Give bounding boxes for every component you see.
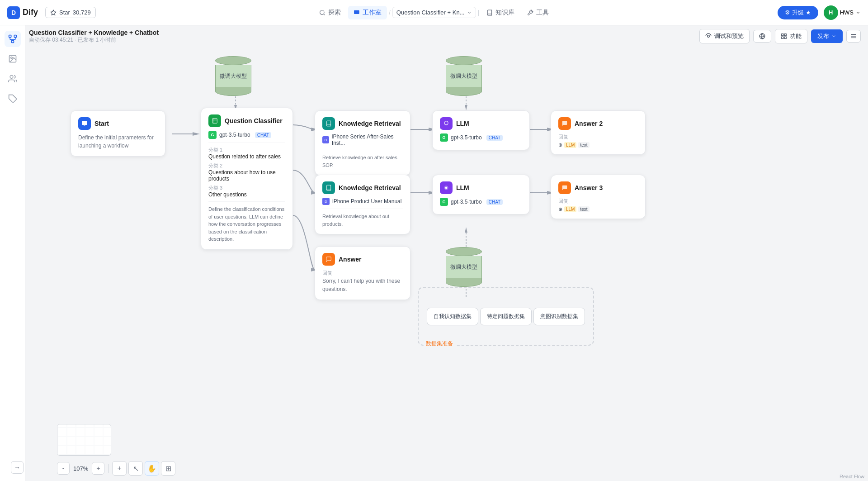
a1-icon [322, 253, 335, 266]
layout-button[interactable] [846, 30, 861, 43]
qc-model-name: gpt-3.5-turbo [219, 132, 250, 138]
node-start[interactable]: Start Define the initial parameters for … [71, 110, 165, 157]
debug-button[interactable]: 调试和预览 [699, 29, 750, 43]
a2-llm-badge: LLM [564, 142, 576, 148]
cylinder-1: 微调大模型 [215, 56, 251, 96]
svg-rect-12 [784, 34, 786, 36]
a1-title: Answer [339, 256, 362, 263]
cluster-node2[interactable]: 特定问题数据集 [480, 308, 532, 325]
node-llm2[interactable]: LLM G gpt-3.5-turbo CHAT [432, 175, 530, 214]
qc-c3-val: Other questions [208, 191, 285, 198]
llm2-icon [440, 181, 453, 194]
llm2-title: LLM [456, 184, 469, 191]
expand-sidebar-button[interactable]: → [11, 461, 24, 474]
breadcrumb-text: Question Classifier + Kn... [396, 9, 465, 16]
svg-point-29 [445, 187, 448, 189]
svg-rect-2 [354, 10, 359, 14]
sidebar-item-workflow[interactable] [5, 31, 21, 47]
nav-tools[interactable]: 工具 [522, 6, 554, 19]
llm1-icon [440, 117, 453, 130]
nav-knowledge[interactable]: 知识库 [481, 6, 520, 19]
cluster-node3[interactable]: 意图识别数据集 [533, 308, 585, 325]
svg-rect-5 [11, 40, 14, 43]
kr1-doc-name: iPhone Series After-Sales Inst... [332, 133, 403, 146]
svg-rect-27 [82, 121, 87, 125]
editor-toolbar: 调试和预览 功能 发布 [692, 25, 868, 47]
llm2-model-name: gpt-3.5-turbo [451, 199, 482, 205]
svg-point-1 [320, 10, 324, 14]
kr1-doc-icon: D [322, 136, 329, 143]
globe-button[interactable] [753, 30, 771, 43]
explore-label: 探索 [328, 9, 341, 17]
qc-c2-val: Questions about how to use products [208, 169, 285, 182]
cyl2-top [446, 56, 482, 65]
sidebar-item-settings[interactable] [5, 90, 21, 107]
upgrade-button[interactable]: ⚙ 升级 ★ [778, 6, 818, 19]
node-llm1[interactable]: LLM G gpt-3.5-turbo CHAT [432, 110, 530, 150]
workflow-icon [8, 34, 17, 43]
zoom-out-button[interactable]: - [57, 462, 70, 475]
cyl1-top [215, 56, 251, 65]
qc-c1-val: Question related to after sales [208, 153, 285, 160]
sidebar [0, 25, 25, 481]
nav-explore[interactable]: 探索 [314, 6, 346, 19]
llm1-model-row: G gpt-3.5-turbo CHAT [440, 133, 522, 142]
kr2-doc-row: D iPhone Product User Manual [322, 198, 403, 205]
cyl1-bottom [215, 87, 251, 96]
star-icon [50, 10, 57, 16]
qc-class1: 分类 1 Question related to after sales 分类 … [208, 147, 285, 198]
nav-breadcrumb[interactable]: Question Classifier + Kn... [392, 7, 476, 18]
sidebar-item-image[interactable] [5, 51, 21, 67]
star-button[interactable]: Star 30,729 [45, 7, 96, 18]
llm1-header: LLM [440, 117, 522, 130]
nav-sep: / [389, 9, 391, 16]
svg-rect-14 [782, 37, 783, 38]
hand-tool-button[interactable]: ✋ [145, 461, 159, 476]
chevron-down-icon [466, 10, 472, 15]
publish-label: 发布 [817, 32, 829, 40]
a3-llm-ref: ⊕ [558, 206, 562, 212]
llm1-title: LLM [456, 120, 469, 127]
node-knowledge1[interactable]: Knowledge Retrieval D iPhone Series Afte… [315, 110, 410, 176]
cyl1-label: 微调大模型 [220, 72, 247, 80]
layout-icon [850, 33, 857, 39]
user-menu[interactable]: H HWS [824, 5, 861, 20]
minimap [57, 424, 111, 456]
grid-tool-button[interactable]: ⊞ [161, 461, 175, 476]
cluster-box: 自我认知数据集 特定问题数据集 意图识别数据集 数据集准备 [418, 287, 594, 346]
start-icon [78, 117, 91, 130]
a2-header: Answer 2 [558, 117, 638, 130]
node-answer2[interactable]: Answer 2 回复 ⊕ LLM text [551, 110, 646, 155]
qc-c2-label: 分类 2 [208, 162, 285, 169]
node-answer3[interactable]: Answer 3 回复 ⊕ LLM text [551, 175, 646, 219]
start-desc: Define the initial parameters for launch… [78, 133, 158, 150]
a2-icon [558, 117, 571, 130]
add-node-button[interactable]: + [112, 461, 127, 476]
zoom-in-button[interactable]: + [92, 462, 104, 475]
workspace-label: 工作室 [363, 9, 382, 17]
tools-icon [527, 10, 533, 16]
node-knowledge2[interactable]: Knowledge Retrieval D iPhone Product Use… [315, 175, 410, 234]
logo[interactable]: D Dify [7, 6, 38, 19]
tools-label: 工具 [536, 9, 549, 17]
qc-title: Question Classifier [225, 117, 283, 124]
upgrade-icon: ⚙ [785, 9, 790, 16]
sidebar-item-users[interactable] [5, 71, 21, 87]
project-info: Question Classifier + Knowledge + Chatbo… [29, 29, 159, 44]
node-answer1[interactable]: Answer 回复 Sorry, I can't help you with t… [315, 246, 410, 300]
cluster-node1[interactable]: 自我认知数据集 [427, 308, 478, 325]
avatar-letter: H [829, 9, 833, 16]
a3-reply-label: 回复 [558, 198, 638, 205]
image-icon [8, 54, 17, 63]
kr1-header: Knowledge Retrieval [322, 117, 403, 130]
zoom-level: 107% [71, 465, 90, 472]
node-qc[interactable]: Question Classifier G gpt-3.5-turbo CHAT… [201, 108, 293, 250]
select-tool-button[interactable]: ↖ [128, 461, 143, 476]
user-name: HWS [840, 9, 854, 16]
publish-button[interactable]: 发布 [811, 29, 843, 43]
features-button[interactable]: 功能 [775, 29, 807, 43]
nav-workspace[interactable]: 工作室 [348, 6, 387, 19]
a3-llm-badge: LLM [564, 206, 576, 212]
bottom-bar: - 107% + + ↖ ✋ ⊞ [57, 461, 175, 476]
avatar: H [824, 5, 838, 20]
